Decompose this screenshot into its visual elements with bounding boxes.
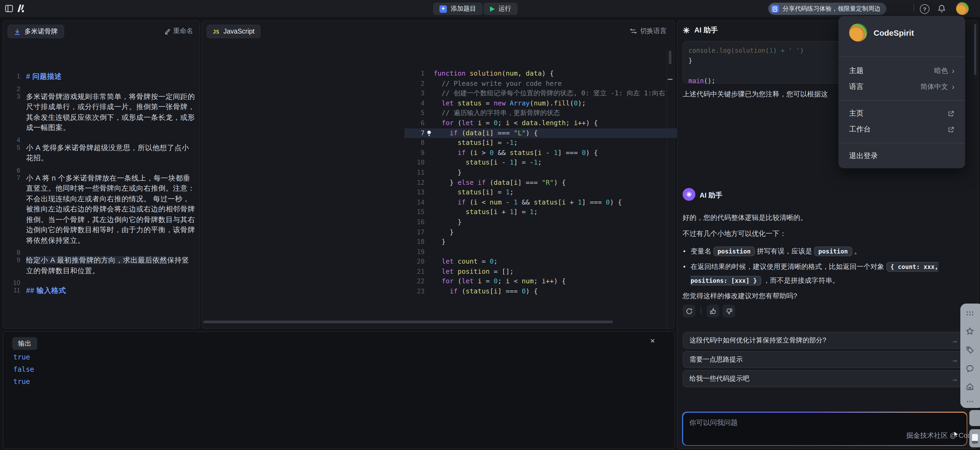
code-token: i	[494, 158, 498, 166]
code-token: [	[490, 208, 494, 216]
problem-line[interactable]: 2	[8, 84, 196, 89]
code-line-text: // 创建一个数组记录每个位置的骨牌的状态, 0: 竖立 -1: 向左 1:向右	[425, 88, 665, 98]
line-number: 9	[8, 255, 20, 276]
problem-line[interactable]: 1# 问题描述	[8, 71, 196, 82]
line-number: 15	[404, 207, 425, 217]
edge-widget-copy[interactable]	[969, 429, 980, 447]
code-token: if	[450, 129, 458, 137]
code-token: ;	[498, 119, 506, 127]
run-button[interactable]: 运行	[484, 3, 518, 15]
editor-vertical-scrollbar[interactable]	[669, 51, 671, 64]
chat-icon[interactable]	[966, 364, 974, 373]
code-line-text: if (i > 0 && status[i - 1] === 0) {	[425, 148, 598, 158]
menu-item-language[interactable]: 语言 简体中文›	[838, 79, 965, 95]
problem-line[interactable]: 7小 A 将 n 个多米诺骨牌放在一条线上，每一块都垂直竖立。他同时将一些骨牌向…	[8, 173, 196, 246]
code-token: main	[689, 77, 704, 85]
suggestion-chip[interactable]: 这段代码中如何优化计算保持竖立骨牌的部分?→	[682, 332, 965, 349]
code-token: (	[466, 148, 474, 156]
switch-language-button[interactable]: 切换语言	[630, 27, 667, 36]
code-line-text: } else if (data[i] === "R") {	[425, 178, 566, 187]
editor-horizontal-scrollbar[interactable]	[203, 321, 613, 323]
rename-button[interactable]: 重命名	[164, 27, 193, 36]
chat-scrollbar[interactable]	[974, 24, 976, 75]
help-icon[interactable]: ?	[920, 4, 929, 14]
line-number: 8	[8, 247, 20, 253]
home-icon[interactable]	[966, 382, 974, 391]
menu-item-logout[interactable]: 退出登录	[838, 148, 965, 164]
problem-line[interactable]: 3多米诺骨牌游戏规则非常简单，将骨牌按一定间距的尺寸排成单行，或分行排成一片。推…	[8, 91, 196, 133]
problem-line[interactable]: 11## 输入格式	[8, 286, 196, 296]
problem-line[interactable]: 6	[8, 165, 196, 171]
output-tab[interactable]: 输出	[12, 337, 37, 350]
code-token: [	[510, 178, 514, 186]
close-icon[interactable]: ×	[650, 337, 655, 345]
promo-banner[interactable]: 分享代码练习体验，领限量定制周边	[768, 3, 886, 15]
code-token: function	[434, 69, 466, 77]
problem-content[interactable]: 1# 问题描述23多米诺骨牌游戏规则非常简单，将骨牌按一定间距的尺寸排成单行，或…	[8, 71, 196, 342]
code-line-text: let status = new Array(num).fill(0);	[425, 99, 586, 109]
javascript-icon: JS	[213, 29, 219, 34]
code-token: console	[689, 47, 715, 54]
drag-handle-icon[interactable]	[966, 310, 974, 318]
line-number: 2	[404, 78, 425, 88]
star-icon[interactable]	[966, 327, 974, 335]
line-number: 6	[8, 165, 20, 171]
chevron-right-icon: ›	[952, 84, 955, 90]
code-token: &&	[494, 148, 510, 156]
code-token: 1	[510, 158, 514, 166]
topbar-divider	[913, 4, 914, 12]
code-token	[474, 119, 478, 127]
code-token: status	[466, 158, 490, 166]
problem-line[interactable]: 9给定小 A 最初推骨牌的方向，求出最后依然保持竖立的骨牌数目和位置。	[8, 255, 196, 276]
inline-code: position	[814, 247, 852, 256]
arrow-right-icon: →	[951, 356, 958, 364]
problem-line[interactable]: 5小 A 觉得多米诺骨牌超级没意思，所以他想了点小花招。	[8, 142, 196, 163]
edge-widget-stub[interactable]	[969, 410, 980, 426]
code-token: i	[478, 277, 482, 285]
watermark: 掘金技术社区 @ CodeSpirit	[906, 431, 959, 440]
code-line-text: }	[425, 237, 445, 247]
bell-icon[interactable]	[937, 4, 947, 13]
code-line-text: status[i] = 1;	[425, 187, 514, 197]
user-avatar[interactable]	[956, 2, 969, 15]
code-line-text: for (let i = 0; i < num; i++) {	[425, 277, 566, 287]
problem-line[interactable]: 10	[8, 278, 196, 283]
problem-line[interactable]: 4	[8, 135, 196, 140]
code-line-text	[425, 247, 434, 257]
menu-item-theme[interactable]: 主题 暗色›	[838, 63, 965, 79]
code-token	[434, 148, 458, 156]
code-token: let	[442, 257, 453, 265]
code-token: }	[689, 57, 692, 64]
add-problem-button[interactable]: + 添加题目	[433, 3, 482, 15]
code-token	[474, 178, 478, 186]
language-tab[interactable]: JS JavaScript	[207, 24, 261, 38]
thumbs-up-icon	[710, 308, 716, 314]
sidebar-toggle-icon[interactable]	[4, 4, 14, 13]
refresh-icon	[686, 308, 692, 314]
lightbulb-icon[interactable]	[426, 130, 432, 137]
code-token	[434, 99, 442, 107]
marscode-logo[interactable]	[15, 3, 27, 14]
menu-item-workspace[interactable]: 工作台	[838, 121, 965, 137]
menu-item-home[interactable]: 主页	[838, 105, 965, 121]
like-button[interactable]	[706, 305, 719, 318]
problem-line-text: # 问题描述	[26, 71, 196, 82]
code-token: status	[466, 208, 490, 216]
code-token: i	[506, 119, 510, 127]
code-token: 1	[554, 148, 558, 156]
code-token: (	[765, 47, 769, 54]
add-problem-label: 添加题目	[451, 4, 476, 13]
suggestion-chip[interactable]: 给我一些代码提示吧→	[682, 370, 965, 387]
code-token: (	[453, 119, 461, 127]
code-token: >	[478, 148, 490, 156]
code-token	[434, 267, 442, 275]
problem-line[interactable]: 8	[8, 247, 196, 253]
dislike-button[interactable]	[722, 305, 735, 318]
regenerate-button[interactable]	[682, 305, 695, 318]
code-line-text: if (i < num - 1 && status[i + 1] === 0) …	[425, 197, 622, 207]
more-icon[interactable]	[966, 397, 974, 406]
tag-icon[interactable]	[966, 346, 974, 354]
problem-tab[interactable]: 多米诺骨牌	[8, 24, 64, 38]
suggestion-chip[interactable]: 需要一点思路提示→	[682, 351, 965, 368]
line-number: 18	[404, 237, 425, 247]
